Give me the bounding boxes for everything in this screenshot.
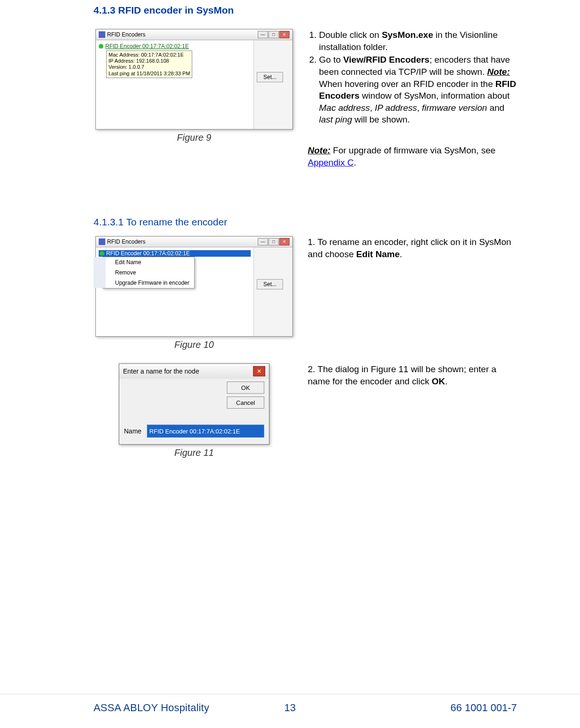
menu-upgrade-firmware[interactable]: Upgrade Firmware in encoder [94, 278, 194, 288]
set-button[interactable]: Set... [257, 279, 283, 289]
dialog-title: Enter a name for the node [123, 368, 199, 375]
page-footer: ASSA ABLOY Hospitality 13 66 1001 001-7 [0, 694, 580, 714]
footer-brand: ASSA ABLOY Hospitality [94, 702, 209, 714]
maximize-button[interactable]: □ [268, 238, 279, 245]
status-dot-icon [99, 44, 103, 49]
minimize-button[interactable]: — [258, 31, 268, 38]
instruction-step-2: Go to View/RFID Encoders; encoders that … [319, 54, 517, 126]
figure-9-caption: Figure 9 [94, 132, 295, 143]
instruction-step-c2: 2. The dialog in Figure 11 will be shown… [308, 363, 517, 387]
appendix-c-link[interactable]: Appendix C [308, 158, 354, 167]
name-label: Name [124, 427, 141, 435]
cancel-button[interactable]: Cancel [227, 396, 264, 409]
encoder-list-item[interactable]: RFID Encoder 00:17:7A:02:02:1E [99, 43, 251, 50]
window-title-bar[interactable]: RFID Encoders — □ ✕ [96, 237, 292, 247]
encoder-name: RFID Encoder 00:17:7A:02:02:1E [105, 43, 189, 50]
encoder-list-pane: RFID Encoder 00:17:7A:02:02:1E Mac Addre… [96, 40, 254, 129]
rfid-encoders-window-fig9: RFID Encoders — □ ✕ RFID Encoder 00:17:7… [95, 29, 293, 130]
tooltip-lastping: Last ping at 11/18/2011 3:28:33 PM [109, 71, 190, 77]
section-heading-4131: 4.1.3.1 To rename the encoder [94, 216, 517, 228]
dialog-title-bar[interactable]: Enter a name for the node ✕ [119, 364, 269, 379]
close-icon[interactable]: ✕ [253, 366, 265, 376]
window-title: RFID Encoders [107, 238, 145, 245]
instruction-step-1: Double click on SysMon.exe in the Vision… [319, 29, 517, 53]
footer-page-number: 13 [284, 702, 296, 714]
encoder-list-pane: RFID Encoder 00:17:7A:02:02:1E Edit Name… [96, 247, 254, 336]
window-title: RFID Encoders [107, 31, 145, 38]
set-button[interactable]: Set... [257, 72, 283, 82]
window-title-bar[interactable]: RFID Encoders — □ ✕ [96, 29, 292, 40]
rename-dialog-fig11: Enter a name for the node ✕ OK Cancel Na… [119, 363, 269, 445]
figure-10-caption: Figure 10 [94, 339, 295, 350]
footer-doc-number: 66 1001 001-7 [450, 702, 517, 714]
tooltip-ip: IP Address: 192.168.0.108 [109, 58, 190, 64]
menu-remove[interactable]: Remove [94, 267, 194, 278]
note-paragraph: Note: For upgrade of firmware via SysMon… [308, 144, 517, 168]
rfid-encoders-window-fig10: RFID Encoders — □ ✕ RFID Encoder 00:17:7… [95, 236, 293, 337]
figure-11-caption: Figure 11 [94, 447, 295, 458]
close-button[interactable]: ✕ [279, 238, 290, 245]
maximize-button[interactable]: □ [268, 31, 279, 38]
encoder-tooltip: Mac Address: 00:17:7A:02:02:1E IP Addres… [106, 50, 192, 78]
encoder-name: RFID Encoder 00:17:7A:02:02:1E [106, 250, 190, 257]
close-button[interactable]: ✕ [279, 31, 290, 38]
menu-edit-name[interactable]: Edit Name [94, 257, 194, 267]
app-icon [99, 238, 105, 245]
section-heading-413: 4.1.3 RFID encoder in SysMon [94, 5, 517, 16]
status-dot-icon [100, 251, 104, 256]
encoder-list-item-selected[interactable]: RFID Encoder 00:17:7A:02:02:1E [99, 250, 251, 257]
name-input[interactable] [147, 425, 264, 438]
minimize-button[interactable]: — [258, 238, 268, 245]
tooltip-mac: Mac Address: 00:17:7A:02:02:1E [109, 52, 190, 58]
context-menu: Edit Name Remove Upgrade Firmware in enc… [102, 257, 195, 288]
ok-button[interactable]: OK [227, 382, 264, 394]
instruction-step-b1: 1. To rename an encoder, right click on … [308, 236, 517, 260]
tooltip-version: Version: 1.0.0.7 [109, 64, 190, 70]
app-icon [99, 31, 105, 38]
